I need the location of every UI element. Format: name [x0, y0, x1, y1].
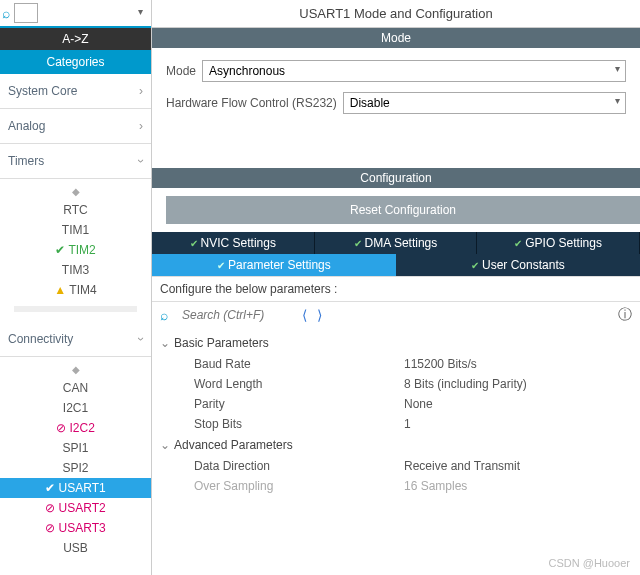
- param-row[interactable]: ParityNone: [160, 394, 632, 414]
- mode-body: Mode Hardware Flow Control (RS232): [152, 48, 640, 142]
- conn-item-disabled[interactable]: USART3: [0, 518, 151, 538]
- main-panel: USART1 Mode and Configuration Mode Mode …: [152, 0, 640, 575]
- conn-item[interactable]: USB: [0, 538, 151, 558]
- next-icon[interactable]: ⟩: [317, 307, 322, 323]
- timer-item[interactable]: RTC: [0, 200, 151, 220]
- mode-row: Mode: [166, 60, 626, 82]
- mode-band: Mode: [152, 28, 640, 48]
- hwflow-select[interactable]: [343, 92, 626, 114]
- param-row[interactable]: Word Length8 Bits (including Parity): [160, 374, 632, 394]
- hwflow-label: Hardware Flow Control (RS232): [166, 96, 337, 110]
- pin-icon: ◆: [0, 183, 151, 200]
- tab-nvic-settings[interactable]: NVIC Settings: [152, 232, 315, 254]
- group-basic[interactable]: Basic Parameters: [160, 332, 632, 354]
- params-area: Basic Parameters Baud Rate115200 Bits/s …: [152, 328, 640, 500]
- cat-system-core[interactable]: System Core ›: [0, 74, 151, 109]
- timers-progress: [14, 306, 137, 312]
- timers-list: ◆ RTC TIM1 ✔ TIM2 TIM3 ▲ TIM4: [0, 179, 151, 322]
- sidebar-search-wrap: [14, 3, 149, 23]
- timer-item-enabled[interactable]: ✔ TIM2: [0, 240, 151, 260]
- cat-analog[interactable]: Analog ›: [0, 109, 151, 144]
- mode-select[interactable]: [202, 60, 626, 82]
- conn-item[interactable]: I2C1: [0, 398, 151, 418]
- conn-item-disabled[interactable]: I2C2: [0, 418, 151, 438]
- panel-title: USART1 Mode and Configuration: [152, 0, 640, 28]
- param-row-readonly: Over Sampling16 Samples: [160, 476, 632, 496]
- watermark: CSDN @Huooer: [549, 557, 630, 569]
- sidebar: ⌕ A->Z Categories System Core › Analog ›…: [0, 0, 152, 575]
- search-icon: ⌕: [160, 307, 168, 323]
- sort-alpha-tab[interactable]: A->Z: [0, 28, 151, 50]
- cat-label: Connectivity: [8, 332, 73, 346]
- cat-timers[interactable]: Timers ›: [0, 144, 151, 179]
- connectivity-list: ◆ CAN I2C1 I2C2 SPI1 SPI2 USART1 USART2 …: [0, 357, 151, 568]
- conn-item-selected[interactable]: USART1: [0, 478, 151, 498]
- sidebar-search-input[interactable]: [14, 3, 38, 23]
- conn-item[interactable]: SPI2: [0, 458, 151, 478]
- chevron-right-icon: ›: [139, 84, 143, 98]
- params-hint: Configure the below parameters :: [152, 276, 640, 302]
- tab-parameter-settings[interactable]: Parameter Settings: [152, 254, 396, 276]
- tab-dma-settings[interactable]: DMA Settings: [315, 232, 478, 254]
- chevron-right-icon: ›: [139, 119, 143, 133]
- timer-item[interactable]: TIM1: [0, 220, 151, 240]
- config-tabs-row2: Parameter Settings User Constants: [152, 254, 640, 276]
- conn-item[interactable]: CAN: [0, 378, 151, 398]
- params-search-input[interactable]: [182, 308, 292, 322]
- mode-label: Mode: [166, 64, 196, 78]
- sidebar-search-row: ⌕: [0, 0, 151, 28]
- timer-item-warning[interactable]: ▲ TIM4: [0, 280, 151, 300]
- tab-user-constants[interactable]: User Constants: [396, 254, 640, 276]
- chevron-down-icon: ›: [134, 159, 148, 163]
- param-row[interactable]: Data DirectionReceive and Transmit: [160, 456, 632, 476]
- cat-label: Analog: [8, 119, 45, 133]
- reset-config-button[interactable]: Reset Configuration: [166, 196, 640, 224]
- config-band: Configuration: [152, 168, 640, 188]
- conn-item-disabled[interactable]: USART2: [0, 498, 151, 518]
- tab-gpio-settings[interactable]: GPIO Settings: [477, 232, 640, 254]
- sort-categories-tab[interactable]: Categories: [0, 50, 151, 74]
- chevron-down-icon: ›: [134, 337, 148, 341]
- config-tabs-row1: NVIC Settings DMA Settings GPIO Settings: [152, 232, 640, 254]
- hwflow-row: Hardware Flow Control (RS232): [166, 92, 626, 114]
- timer-item[interactable]: TIM3: [0, 260, 151, 280]
- conn-item[interactable]: SPI1: [0, 438, 151, 458]
- group-advanced[interactable]: Advanced Parameters: [160, 434, 632, 456]
- pin-icon: ◆: [0, 361, 151, 378]
- search-icon: ⌕: [2, 5, 10, 21]
- cat-connectivity[interactable]: Connectivity ›: [0, 322, 151, 357]
- cat-label: System Core: [8, 84, 77, 98]
- info-icon[interactable]: ⓘ: [618, 306, 632, 324]
- params-toolbar: ⌕ ⟨ ⟩ ⓘ: [152, 302, 640, 328]
- prev-icon[interactable]: ⟨: [302, 307, 307, 323]
- param-row[interactable]: Stop Bits1: [160, 414, 632, 434]
- cat-label: Timers: [8, 154, 44, 168]
- param-row[interactable]: Baud Rate115200 Bits/s: [160, 354, 632, 374]
